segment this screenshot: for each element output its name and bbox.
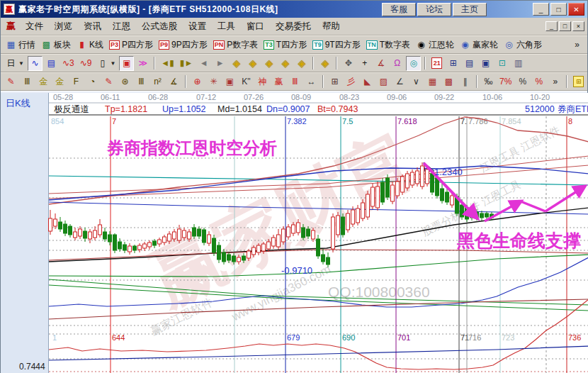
kline-button[interactable]: ▮K线 <box>74 38 106 52</box>
customer-service-button[interactable]: 客服 <box>382 3 416 16</box>
zoom-right-diamond[interactable]: ◈ <box>245 56 260 71</box>
spiral-tool[interactable]: ◔ <box>85 74 100 89</box>
menu-item-6[interactable]: 工具 <box>212 19 241 34</box>
wave3-button[interactable]: ∿3 <box>60 56 77 71</box>
wave9-button[interactable]: ∿9 <box>78 56 94 71</box>
shen-tool-icon: 神 <box>257 76 268 87</box>
quotes-button[interactable]: ▦行情 <box>4 38 38 52</box>
brush-tool[interactable]: ✎ <box>101 74 116 89</box>
restore-button[interactable]: □ <box>550 3 567 16</box>
zoom-h-diamond[interactable]: ◈ <box>261 56 276 71</box>
menu-item-8[interactable]: 交易委托 <box>270 19 317 34</box>
n-square-tool[interactable]: n² <box>150 74 165 89</box>
grid-tool-1[interactable]: ▦ <box>425 74 440 89</box>
grid-fan-tool[interactable]: ▨ <box>376 74 391 89</box>
mdi-restore-button[interactable]: □ <box>559 21 571 31</box>
p-square-button[interactable]: P3P四方形 <box>107 38 155 52</box>
gann-wheel-button[interactable]: ◉江恩轮 <box>414 38 456 52</box>
minimize-button[interactable]: _ <box>533 3 549 16</box>
box-fan-tool[interactable]: ◣ <box>360 74 375 89</box>
f-ruler-tool[interactable]: F <box>69 74 84 89</box>
ruler-123-tool[interactable]: Ⅲ <box>288 74 303 89</box>
brain-tool-button[interactable]: ◎ <box>406 56 421 71</box>
gann-stamp-button[interactable]: Ω <box>390 56 405 71</box>
expand-diamond[interactable]: ◈ <box>294 56 309 71</box>
t-square-button[interactable]: T3T四方形 <box>261 38 309 52</box>
compress-diamond[interactable]: ◈ <box>278 56 293 71</box>
draw-overflow-1[interactable]: » <box>548 74 562 89</box>
print-button[interactable]: ▥ <box>511 56 526 71</box>
save-button[interactable]: ▣ <box>478 56 493 71</box>
candle-body <box>257 245 261 252</box>
seven-percent-tool[interactable]: 7% <box>497 74 514 89</box>
menu-item-7[interactable]: 窗口 <box>241 19 270 34</box>
yellow-grid-tool[interactable]: ⊞ <box>571 74 586 89</box>
expand-diamond-icon: ◈ <box>296 57 307 69</box>
move-diamond[interactable]: ◈ <box>317 56 332 71</box>
k-mark-tool[interactable]: K" <box>239 74 254 89</box>
menu-item-0[interactable]: 文件 <box>20 19 49 34</box>
fan-lines-tool[interactable]: 彡 <box>344 74 358 89</box>
candle-body <box>317 239 320 256</box>
ruler-tool-2[interactable]: Ⅲ <box>134 74 149 89</box>
t-table-button[interactable]: TNT数字表 <box>364 38 412 52</box>
next-button[interactable]: ► <box>213 56 227 71</box>
crosshair-button[interactable]: + <box>357 56 372 71</box>
golden-ruler-1[interactable]: 金 <box>36 74 51 89</box>
prev-button[interactable]: ◄ <box>196 56 211 71</box>
percent-line-tool[interactable]: % <box>531 74 546 89</box>
homepage-button[interactable]: 主页 <box>453 3 487 16</box>
shen-tool[interactable]: 神 <box>255 74 270 89</box>
last-page-button[interactable]: ▮► <box>178 56 195 71</box>
set-square-tool[interactable]: ∡ <box>166 74 181 89</box>
grid-target-tool[interactable]: ▣ <box>222 74 237 89</box>
golden-ruler-2[interactable]: 金 <box>52 74 67 89</box>
menu-item-4[interactable]: 公式选股 <box>136 19 183 34</box>
p-table-button[interactable]: PNP数字表 <box>211 38 261 52</box>
mdi-minimize-button[interactable]: _ <box>545 21 558 31</box>
mdi-close-button[interactable]: × <box>572 21 584 31</box>
pencil-tool[interactable]: ✎ <box>4 74 18 89</box>
angle-lines-tool[interactable]: ∠ <box>392 74 407 89</box>
menu-item-2[interactable]: 资讯 <box>78 19 107 34</box>
grid-tool-2[interactable]: ▩ <box>441 74 456 89</box>
menu-item-5[interactable]: 设置 <box>183 19 212 34</box>
calculator-button[interactable]: ⊞ <box>446 56 460 71</box>
gann-box-tool[interactable]: ⊞ <box>327 74 342 89</box>
hand-tool-button[interactable]: ✥ <box>341 56 356 71</box>
export-button[interactable]: ⊡ <box>494 56 509 71</box>
winner-wheel-button[interactable]: ◉赢家轮 <box>458 38 500 52</box>
v-lines-tool[interactable]: ∨ <box>409 74 424 89</box>
hexagon-button[interactable]: ◎六角形 <box>502 38 544 52</box>
9p-square-button[interactable]: P99P四方形 <box>157 38 210 52</box>
angle-ruler-button[interactable]: ∡ <box>373 56 388 71</box>
menu-item-9[interactable]: 帮助 <box>317 19 346 34</box>
memo-button[interactable]: ▤ <box>462 56 477 71</box>
single-kline-button[interactable]: ▯▼ <box>95 56 118 71</box>
parallel-lines-tool[interactable]: ∥ <box>458 74 473 89</box>
star-burst-tool[interactable]: ✳ <box>206 74 221 89</box>
menu-item-1[interactable]: 浏览 <box>49 19 78 34</box>
9t-square-button[interactable]: T99T四方形 <box>310 38 363 52</box>
menu-item-3[interactable]: 江恩 <box>107 19 136 34</box>
red-frame-button[interactable]: ▣ <box>119 56 134 71</box>
extreme-channel-button[interactable]: ∿ <box>28 56 43 71</box>
period-selector[interactable]: 日▼ <box>4 56 26 71</box>
forum-button[interactable]: 论坛 <box>417 3 451 16</box>
calendar-button[interactable]: 21 <box>429 56 444 71</box>
compass-tool[interactable]: ⊛ <box>118 74 132 89</box>
close-button[interactable]: ✕ <box>568 3 584 16</box>
info-board-button[interactable]: ▤ <box>44 56 59 71</box>
first-page-button[interactable]: ◄▮ <box>159 56 176 71</box>
ruler-tool-1[interactable]: Ⅲ <box>20 74 35 89</box>
ying-tool[interactable]: 赢 <box>271 74 286 89</box>
percent-ruler-tool[interactable]: ‰ <box>481 74 496 89</box>
color-arrows-button[interactable]: ≫ <box>135 56 150 71</box>
percent-tool[interactable]: % <box>515 74 530 89</box>
kline-chart-canvas[interactable]: 赢家财富赢家江恩软件www.yingjia360.com股票分析软件 江恩工具江… <box>1 93 588 373</box>
toolbar-overflow[interactable]: » <box>570 38 584 52</box>
zoom-left-diamond[interactable]: ◈ <box>229 56 244 71</box>
width-measure-tool[interactable]: ↔ <box>304 74 319 89</box>
sectors-button[interactable]: ▩板块 <box>39 38 73 52</box>
circle-target-tool[interactable]: ⊕ <box>190 74 205 89</box>
